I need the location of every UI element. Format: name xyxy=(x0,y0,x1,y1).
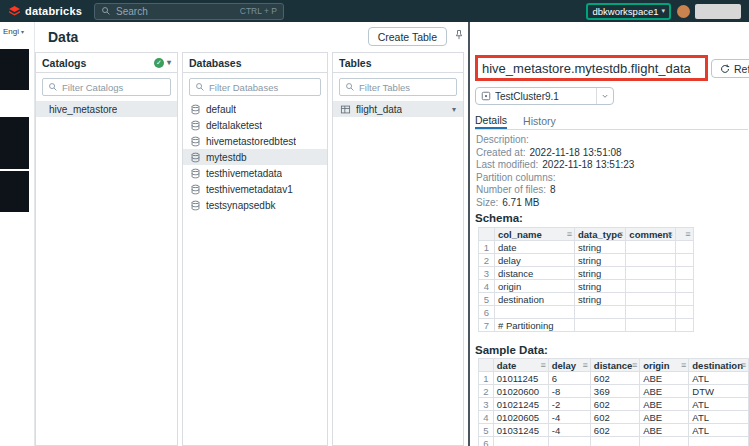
column-header-extra[interactable]: ≡ xyxy=(675,228,693,241)
table-cell: string xyxy=(575,267,626,280)
list-item-flight_data[interactable]: flight_data▾ xyxy=(333,101,463,117)
cluster-name: TestCluster9.1 xyxy=(495,91,592,102)
filter-placeholder: Filter Tables xyxy=(359,82,410,93)
search-icon xyxy=(48,82,58,92)
table-row: 6 xyxy=(479,306,694,319)
column-header-label: date xyxy=(497,360,517,371)
list-item-hivemetastoredbtest[interactable]: hivemetastoredbtest xyxy=(183,133,327,149)
workspace-switcher[interactable]: dbkworkspace1 ▾ xyxy=(586,3,671,20)
table-cell: ABE xyxy=(640,385,689,398)
table-row: 1010112456602ABEATL xyxy=(479,372,749,385)
list-item-mytestdb[interactable]: mytestdb xyxy=(183,149,327,165)
column-header-label: origin xyxy=(643,360,669,371)
row-index: 5 xyxy=(479,293,495,306)
list-item-testhivemetadatav1[interactable]: testhivemetadatav1 xyxy=(183,181,327,197)
column-header-data_type[interactable]: data_type≡ xyxy=(575,228,626,241)
pin-icon[interactable] xyxy=(453,29,465,41)
catalogs-list: hive_metastore xyxy=(36,101,177,445)
table-full-name: hive_metastore.mytestdb.flight_data xyxy=(482,61,691,76)
list-item-default[interactable]: default xyxy=(183,101,327,117)
column-header-distance[interactable]: distance≡ xyxy=(590,359,639,372)
row-index: 3 xyxy=(479,398,494,411)
tables-filter-input[interactable]: Filter Tables xyxy=(339,78,457,96)
table-row: 3distancestring xyxy=(479,267,694,280)
table-cell xyxy=(675,306,693,319)
row-index: 4 xyxy=(479,280,495,293)
column-header-comment[interactable]: comment≡ xyxy=(626,228,675,241)
column-header-col_name[interactable]: col_name≡ xyxy=(495,228,575,241)
row-index: 4 xyxy=(479,411,494,424)
cluster-selector[interactable]: TestCluster9.1 xyxy=(475,87,614,105)
column-header-destination[interactable]: destination≡ xyxy=(689,359,749,372)
list-item-testsynapsedbk[interactable]: testsynapsedbk xyxy=(183,197,327,213)
chevron-down-icon[interactable] xyxy=(596,88,613,104)
table-cell: 6 xyxy=(548,372,590,385)
sample-table: date≡delay≡distance≡origin≡destination≡1… xyxy=(478,358,749,446)
table-cell xyxy=(626,293,675,306)
catalogs-header: Catalogs ✓ ▾ xyxy=(36,53,177,73)
field-value: 2022-11-18 13:51:23 xyxy=(542,159,634,170)
field-label: Size: xyxy=(476,197,498,208)
table-cell: 602 xyxy=(590,398,639,411)
catalogs-filter-input[interactable]: Filter Catalogs xyxy=(42,78,171,96)
global-search-input[interactable]: Search CTRL + P xyxy=(94,3,284,20)
tab-details[interactable]: Details xyxy=(475,112,507,129)
detail-fields: Description:Created at:2022-11-18 13:51:… xyxy=(476,134,634,209)
databases-filter-input[interactable]: Filter Databases xyxy=(189,78,321,96)
sidebar-item-block[interactable] xyxy=(0,171,29,212)
row-index: 2 xyxy=(479,385,494,398)
column-menu-icon[interactable]: ≡ xyxy=(685,228,690,240)
table-detail-panel: hive_metastore.mytestdb.flight_data Refr… xyxy=(470,22,749,446)
column-menu-icon[interactable]: ≡ xyxy=(541,359,546,371)
sidebar-item-block[interactable] xyxy=(0,49,29,90)
list-item-deltalaketest[interactable]: deltalaketest xyxy=(183,117,327,133)
table-cell: 01011245 xyxy=(493,372,548,385)
column-menu-icon[interactable]: ≡ xyxy=(567,228,572,240)
list-item-testhivemetadata[interactable]: testhivemetadata xyxy=(183,165,327,181)
databases-header: Databases xyxy=(183,53,327,73)
table-cell xyxy=(675,267,693,280)
column-menu-icon[interactable]: ≡ xyxy=(618,228,623,240)
column-menu-icon[interactable]: ≡ xyxy=(583,359,588,371)
database-icon xyxy=(190,168,201,179)
row-index: 1 xyxy=(479,241,495,254)
chevron-down-icon[interactable]: ▾ xyxy=(167,58,171,67)
table-cell: -4 xyxy=(548,424,590,437)
column-header-date[interactable]: date≡ xyxy=(493,359,548,372)
list-item-hive_metastore[interactable]: hive_metastore xyxy=(36,101,177,117)
column-menu-icon[interactable]: ≡ xyxy=(632,359,637,371)
tables-header-label: Tables xyxy=(339,57,371,69)
table-cell xyxy=(590,437,639,446)
table-cell: delay xyxy=(495,254,575,267)
panel-resize-divider[interactable] xyxy=(468,22,470,446)
column-menu-icon[interactable]: ≡ xyxy=(667,228,672,240)
table-cell xyxy=(675,241,693,254)
table-cell xyxy=(675,319,693,332)
detail-field: Last modified:2022-11-18 13:51:23 xyxy=(476,159,634,172)
detail-tabs: DetailsHistory xyxy=(475,112,748,130)
databricks-logo[interactable]: databricks xyxy=(8,5,82,18)
chevron-down-icon[interactable]: ▾ xyxy=(452,105,456,114)
create-table-button[interactable]: Create Table xyxy=(368,27,447,46)
avatar[interactable] xyxy=(677,5,690,18)
index-column-header xyxy=(479,359,494,372)
persona-switcher[interactable]: Engi ▾ xyxy=(0,22,34,36)
tab-history[interactable]: History xyxy=(523,112,556,129)
table-cell: ABE xyxy=(640,411,689,424)
databricks-logo-icon xyxy=(8,5,21,18)
table-cell: distance xyxy=(495,267,575,280)
table-cell: 01031245 xyxy=(493,424,548,437)
field-label: Created at: xyxy=(476,147,525,158)
table-cell: 369 xyxy=(590,385,639,398)
detail-field: Created at:2022-11-18 13:51:08 xyxy=(476,147,634,160)
sidebar-item-block[interactable] xyxy=(0,117,29,169)
search-shortcut: CTRL + P xyxy=(240,6,277,16)
check-circle-icon: ✓ xyxy=(154,58,164,68)
annotation-highlight-box: hive_metastore.mytestdb.flight_data xyxy=(475,55,708,81)
refresh-button[interactable]: Refresh xyxy=(711,59,749,78)
column-header-origin[interactable]: origin≡ xyxy=(640,359,689,372)
column-menu-icon[interactable]: ≡ xyxy=(681,359,686,371)
column-header-delay[interactable]: delay≡ xyxy=(548,359,590,372)
column-menu-icon[interactable]: ≡ xyxy=(741,359,746,371)
column-header-label: comment xyxy=(629,229,671,240)
